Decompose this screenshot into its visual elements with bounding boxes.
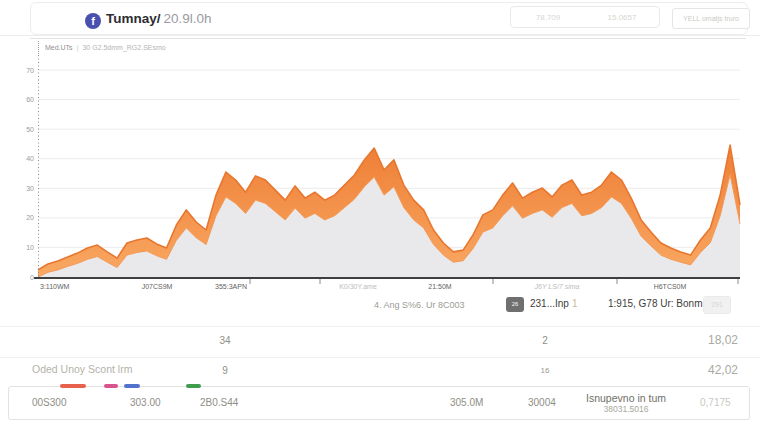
footer-value-1: 00S300	[32, 397, 66, 408]
chart-meta: Med.UTs|30 G2.5dmm_RG2.SEsmo	[45, 44, 166, 51]
chart-meta-separator: |	[77, 44, 79, 51]
legend-light-badge[interactable]: 291	[703, 296, 731, 314]
svg-text:J6Y LS/7 sima: J6Y LS/7 sima	[533, 283, 579, 290]
legend-marker	[186, 384, 201, 388]
footer-value-right: 0,7175	[700, 397, 731, 408]
svg-text:0: 0	[30, 274, 34, 281]
page-title: Tumnay/20.9l.0h	[106, 11, 212, 26]
chart-panel-divider	[30, 38, 746, 39]
header-stat-box[interactable]: 78.709 15.0657	[510, 6, 660, 28]
chart-legend-item-3: 1:915, G78 Ur: Bonm	[608, 298, 703, 309]
table-row1-col2: 2	[525, 335, 565, 346]
svg-text:J07CS9M: J07CS9M	[142, 283, 173, 290]
stat-value-2: 15.0657	[585, 13, 659, 22]
page-title-main: Tumnay/	[106, 11, 161, 26]
footer-value-2: 303.00	[130, 397, 161, 408]
svg-text:H6TCS0M: H6TCS0M	[654, 283, 687, 290]
legend-dark-badge[interactable]: 26	[506, 297, 524, 312]
table-divider-1	[0, 326, 760, 327]
footer-value-3: 2B0.S44	[200, 397, 238, 408]
table-row2-label: Oded Unoy Scont lrm	[32, 363, 132, 375]
chart-meta-label: Med.UTs	[45, 44, 73, 51]
svg-text:3:110WM: 3:110WM	[40, 283, 70, 290]
table-divider-2	[0, 357, 760, 358]
chart-meta-value: 30 G2.5dmm_RG2.SEsmo	[82, 44, 165, 51]
svg-text:21:50M: 21:50M	[428, 283, 452, 290]
y-axis-dotted-stub	[38, 41, 39, 56]
table-row2-value: 42,02	[660, 363, 738, 377]
dashboard: f Tumnay/20.9l.0h 78.709 15.0657 YELL om…	[0, 0, 760, 426]
stat-value-1: 78.709	[511, 13, 585, 22]
area-chart: 0102030405060703:110WMJ07CS9M355:3APNK0/…	[22, 55, 746, 292]
brand-icon: f	[85, 13, 101, 29]
header-action-button[interactable]: YELL omatjs truro	[672, 8, 750, 29]
svg-text:30: 30	[26, 185, 34, 192]
table-row1-value: 18,02	[660, 333, 738, 347]
legend-item-2-suffix: 1	[572, 298, 578, 309]
svg-text:70: 70	[26, 67, 34, 74]
footer-value-5: 30004	[528, 397, 556, 408]
chart-legend-item-2: 231...Inp1	[530, 298, 577, 309]
footer-label-sub: 38031.5016	[578, 404, 674, 414]
svg-text:40: 40	[26, 155, 34, 162]
legend-marker	[124, 384, 140, 388]
page-title-sub: 20.9l.0h	[164, 11, 212, 26]
svg-text:60: 60	[26, 96, 34, 103]
legend-item-2-text: 231...Inp	[530, 298, 569, 309]
table-row2-col1: 9	[205, 365, 245, 376]
svg-text:10: 10	[26, 244, 34, 251]
footer-value-4: 305.0M	[450, 397, 483, 408]
legend-marker	[60, 384, 86, 388]
svg-text:50: 50	[26, 126, 34, 133]
legend-marker	[104, 384, 118, 388]
table-row2-col2: 16	[525, 366, 565, 375]
svg-text:355:3APN: 355:3APN	[215, 283, 247, 290]
header-divider	[0, 35, 760, 36]
chart-legend-item-1: 4. Ang S%6. Ur 8C003	[374, 300, 465, 310]
svg-text:20: 20	[26, 214, 34, 221]
table-row1-col1: 34	[205, 335, 245, 346]
footer-label-title: Isnupevno in tum	[578, 392, 674, 404]
svg-text:K0/30Y.ame: K0/30Y.ame	[339, 283, 377, 290]
